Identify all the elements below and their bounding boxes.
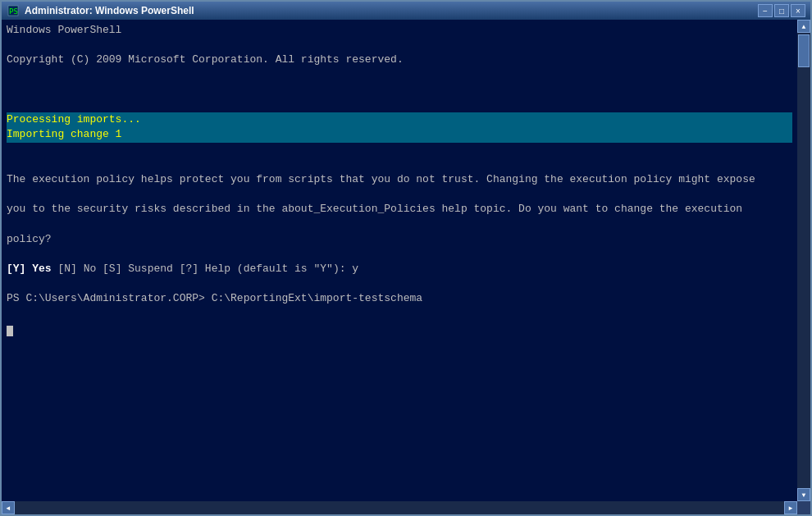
svg-text:PS: PS — [9, 7, 18, 16]
cursor — [7, 326, 13, 336]
window-icon: PS — [7, 4, 20, 17]
title-bar: PS Administrator: Windows PowerShell − □… — [2, 2, 810, 20]
terminal-line-6 — [7, 143, 792, 158]
scroll-track[interactable] — [797, 33, 810, 488]
horizontal-scrollbar[interactable]: ◄ ► — [2, 501, 810, 514]
title-bar-text: Administrator: Windows PowerShell — [25, 5, 758, 16]
maximize-button[interactable]: □ — [774, 4, 789, 17]
terminal-line-11: PS C:\Users\Administrator.CORP> C:\Repor… — [7, 291, 792, 306]
terminal-line-9: policy? — [7, 232, 792, 247]
terminal-line-7: The execution policy helps protect you f… — [7, 172, 792, 187]
terminal-line-1: Windows PowerShell — [7, 23, 792, 38]
scroll-left-button[interactable]: ◄ — [2, 501, 15, 514]
close-button[interactable]: × — [791, 4, 805, 17]
title-bar-buttons: − □ × — [758, 4, 805, 17]
terminal-cursor-line — [7, 322, 792, 336]
terminal-line-10: [Y] Yes [N] No [S] Suspend [?] Help (def… — [7, 262, 792, 276]
terminal-line-8: you to the security risks described in t… — [7, 202, 792, 217]
scrollbar-corner — [797, 501, 810, 514]
terminal-line-importing: Importing change 1 — [7, 128, 121, 140]
vertical-scrollbar[interactable]: ▲ ▼ — [797, 20, 810, 501]
minimize-button[interactable]: − — [758, 4, 773, 17]
terminal-line-3 — [7, 83, 792, 98]
terminal-highlighted-block: Processing imports... Importing change 1 — [7, 112, 792, 142]
powershell-window: PS Administrator: Windows PowerShell − □… — [0, 0, 812, 516]
scrollbar-area: Windows PowerShell Copyright (C) 2009 Mi… — [2, 20, 810, 501]
scroll-up-button[interactable]: ▲ — [797, 20, 810, 33]
terminal-line-2: Copyright (C) 2009 Microsoft Corporation… — [7, 53, 792, 67]
scroll-down-button[interactable]: ▼ — [797, 488, 810, 501]
terminal-output[interactable]: Windows PowerShell Copyright (C) 2009 Mi… — [2, 20, 797, 501]
hscroll-track[interactable] — [15, 501, 784, 514]
terminal-yes-option: [Y] Yes — [7, 263, 52, 275]
scroll-thumb[interactable] — [798, 34, 810, 67]
terminal-line-processing: Processing imports... — [7, 113, 141, 126]
scroll-right-button[interactable]: ► — [784, 501, 797, 514]
